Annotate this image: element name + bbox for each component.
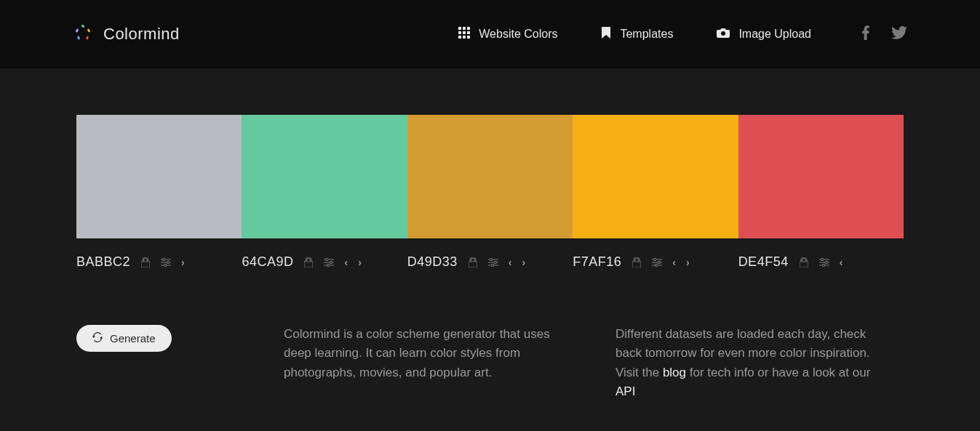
top-nav-bar: Colormind Website Colors Templates bbox=[0, 0, 980, 68]
nav-label: Website Colors bbox=[479, 28, 557, 41]
swatch-controls: ‹› bbox=[303, 257, 361, 268]
svg-point-44 bbox=[822, 264, 824, 266]
svg-point-30 bbox=[494, 261, 496, 263]
svg-point-1 bbox=[87, 28, 90, 33]
sliders-icon[interactable] bbox=[324, 257, 334, 267]
chevron-left-icon[interactable]: ‹ bbox=[672, 257, 676, 268]
social-links bbox=[862, 25, 907, 43]
chevron-left-icon[interactable]: ‹ bbox=[840, 257, 843, 268]
chevron-right-icon[interactable]: › bbox=[686, 257, 690, 268]
brand-name: Colormind bbox=[103, 25, 180, 44]
svg-point-42 bbox=[825, 261, 827, 263]
svg-point-0 bbox=[81, 25, 85, 28]
lock-icon[interactable] bbox=[799, 257, 809, 267]
svg-point-14 bbox=[721, 31, 725, 36]
chevron-right-icon[interactable]: › bbox=[181, 257, 185, 268]
lock-icon[interactable] bbox=[303, 257, 314, 267]
chevron-left-icon[interactable]: ‹ bbox=[509, 257, 512, 268]
description-left: Colormind is a color scheme generator th… bbox=[284, 325, 572, 401]
brand[interactable]: Colormind bbox=[73, 23, 180, 46]
palette-row bbox=[76, 115, 904, 238]
description-right: Different datasets are loaded each day, … bbox=[616, 325, 904, 401]
camera-icon bbox=[717, 28, 730, 41]
refresh-icon bbox=[92, 332, 103, 345]
sliders-icon[interactable] bbox=[819, 257, 829, 267]
color-swatch[interactable] bbox=[76, 115, 242, 238]
swatch-meta: 64CA9D‹› bbox=[242, 254, 407, 270]
swatch-meta: F7AF16‹› bbox=[573, 254, 738, 270]
color-swatch[interactable] bbox=[573, 115, 738, 238]
swatch-controls: ‹› bbox=[632, 257, 689, 268]
nav-label: Image Upload bbox=[738, 28, 811, 41]
svg-point-16 bbox=[162, 258, 164, 260]
main-content: BABBC2›64CA9D‹›D49D33‹›F7AF16‹›DE4F54‹ G… bbox=[0, 68, 980, 431]
svg-point-28 bbox=[490, 258, 492, 260]
svg-point-40 bbox=[821, 258, 823, 260]
svg-point-32 bbox=[491, 264, 493, 266]
color-swatch[interactable] bbox=[407, 115, 573, 238]
svg-point-20 bbox=[164, 264, 166, 266]
svg-point-36 bbox=[658, 261, 661, 263]
svg-rect-9 bbox=[463, 31, 466, 34]
svg-rect-5 bbox=[458, 27, 461, 30]
svg-rect-13 bbox=[467, 36, 470, 39]
swatch-controls: › bbox=[140, 257, 185, 268]
generate-button[interactable]: Generate bbox=[76, 325, 172, 352]
api-link[interactable]: API bbox=[616, 384, 635, 398]
facebook-icon[interactable] bbox=[862, 25, 869, 43]
svg-point-24 bbox=[330, 261, 332, 263]
svg-rect-6 bbox=[463, 27, 466, 30]
svg-rect-7 bbox=[467, 27, 470, 30]
chevron-right-icon[interactable]: › bbox=[522, 257, 526, 268]
swatch-controls: ‹› bbox=[468, 257, 525, 268]
below-row: Generate Colormind is a color scheme gen… bbox=[76, 325, 904, 401]
hex-code: 64CA9D bbox=[242, 254, 293, 270]
svg-rect-8 bbox=[458, 31, 461, 34]
chevron-right-icon[interactable]: › bbox=[358, 257, 362, 268]
lock-icon[interactable] bbox=[632, 257, 642, 267]
chevron-left-icon[interactable]: ‹ bbox=[344, 257, 348, 268]
nav-image-upload[interactable]: Image Upload bbox=[717, 28, 811, 41]
swatch-meta: BABBC2› bbox=[76, 254, 242, 270]
swatch-meta: DE4F54‹ bbox=[738, 254, 904, 270]
nav-label: Templates bbox=[620, 28, 673, 41]
hex-code: D49D33 bbox=[407, 254, 458, 270]
logo-icon bbox=[73, 23, 93, 46]
svg-point-4 bbox=[75, 28, 79, 33]
svg-point-26 bbox=[327, 264, 330, 266]
twitter-icon[interactable] bbox=[891, 26, 907, 42]
sliders-icon[interactable] bbox=[161, 257, 171, 267]
grid-icon bbox=[458, 27, 470, 41]
swatch-controls: ‹ bbox=[799, 257, 843, 268]
svg-point-3 bbox=[77, 36, 81, 40]
svg-rect-11 bbox=[458, 36, 461, 39]
svg-point-34 bbox=[654, 258, 656, 260]
color-swatch[interactable] bbox=[242, 115, 407, 238]
sliders-icon[interactable] bbox=[652, 257, 662, 267]
generate-label: Generate bbox=[110, 332, 156, 345]
bookmark-icon bbox=[601, 27, 611, 41]
sliders-icon[interactable] bbox=[488, 257, 498, 267]
color-swatch[interactable] bbox=[738, 115, 904, 238]
svg-point-18 bbox=[167, 261, 169, 263]
description-text: for tech info or have a look at our bbox=[686, 366, 870, 379]
lock-icon[interactable] bbox=[140, 257, 151, 267]
hex-code: BABBC2 bbox=[76, 254, 130, 270]
blog-link[interactable]: blog bbox=[663, 366, 686, 379]
nav-website-colors[interactable]: Website Colors bbox=[458, 27, 557, 41]
primary-nav: Website Colors Templates Image Upload bbox=[458, 27, 811, 41]
palette-meta-row: BABBC2›64CA9D‹›D49D33‹›F7AF16‹›DE4F54‹ bbox=[76, 254, 904, 270]
hex-code: F7AF16 bbox=[573, 254, 621, 270]
svg-rect-10 bbox=[467, 31, 470, 34]
swatch-meta: D49D33‹› bbox=[407, 254, 573, 270]
hex-code: DE4F54 bbox=[738, 254, 789, 270]
svg-point-2 bbox=[86, 36, 89, 40]
nav-templates[interactable]: Templates bbox=[601, 27, 673, 41]
svg-point-38 bbox=[656, 264, 658, 266]
svg-point-22 bbox=[326, 258, 328, 260]
lock-icon[interactable] bbox=[468, 257, 478, 267]
svg-rect-12 bbox=[463, 36, 466, 39]
